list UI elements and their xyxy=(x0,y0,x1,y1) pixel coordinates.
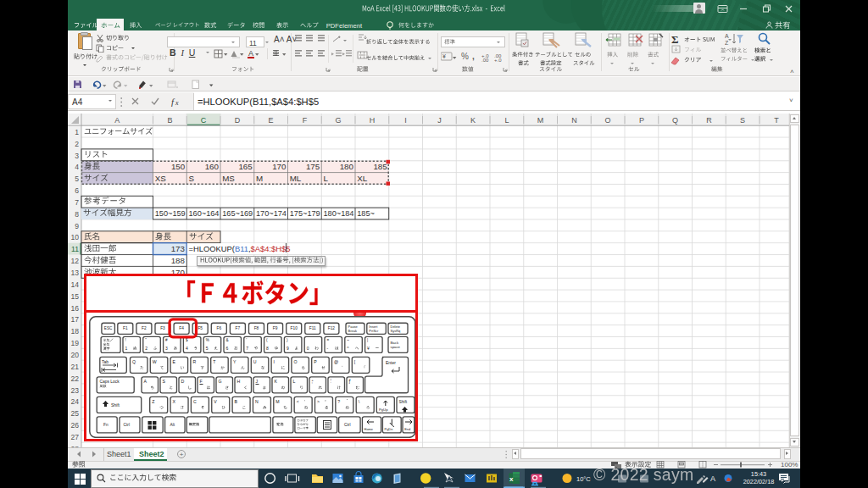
svg-text:1: 1 xyxy=(75,127,79,136)
svg-text:Ctrl: Ctrl xyxy=(344,422,350,426)
svg-text:G: G xyxy=(336,115,342,124)
svg-text:I: I xyxy=(273,358,274,363)
svg-text:F9: F9 xyxy=(272,326,277,330)
svg-text:F11: F11 xyxy=(309,326,315,330)
svg-text:&: & xyxy=(225,337,228,341)
svg-text:A: A xyxy=(710,474,715,483)
svg-text:K: K xyxy=(274,379,277,384)
svg-text:x: x xyxy=(175,99,179,107)
svg-text:18: 18 xyxy=(70,327,79,336)
svg-text:X: X xyxy=(172,398,175,403)
svg-text:13: 13 xyxy=(70,269,79,277)
svg-text:ESC: ESC xyxy=(103,326,112,330)
svg-text:F8: F8 xyxy=(253,326,259,330)
svg-text:E: E xyxy=(172,358,175,363)
svg-text:V: V xyxy=(214,398,217,403)
svg-text:D: D xyxy=(235,115,241,124)
svg-text:@: @ xyxy=(334,358,338,363)
svg-text:2: 2 xyxy=(145,346,147,351)
svg-text:~: ~ xyxy=(347,337,349,341)
svg-text:Ctrl: Ctrl xyxy=(123,422,129,426)
svg-text:A: A xyxy=(143,379,147,384)
svg-text:PgUp: PgUp xyxy=(379,407,388,411)
svg-text:19: 19 xyxy=(70,339,79,347)
svg-text:Shift: Shift xyxy=(398,399,407,403)
svg-text:P: P xyxy=(639,115,644,124)
svg-text:10: 10 xyxy=(70,233,79,241)
svg-text:E: E xyxy=(269,115,274,124)
svg-text:Q: Q xyxy=(672,115,678,124)
svg-text:F: F xyxy=(199,379,202,384)
svg-text:L: L xyxy=(292,379,295,384)
svg-text:1: 1 xyxy=(125,346,127,351)
svg-text:H: H xyxy=(236,379,240,384)
svg-text:%: % xyxy=(205,337,209,341)
svg-text:,: , xyxy=(472,52,475,61)
svg-text:J: J xyxy=(348,378,350,382)
svg-text:A: A xyxy=(114,115,120,124)
svg-text:N: N xyxy=(571,115,577,124)
svg-text:L: L xyxy=(504,115,509,124)
svg-text:J: J xyxy=(437,115,442,124)
svg-text:I: I xyxy=(404,115,407,124)
svg-text:J: J xyxy=(255,379,258,384)
svg-text:F1: F1 xyxy=(122,326,127,330)
svg-text:Break: Break xyxy=(348,328,356,332)
svg-text:D: D xyxy=(181,379,184,384)
svg-text:SysRq: SysRq xyxy=(390,328,400,332)
svg-text:F2: F2 xyxy=(142,326,147,330)
svg-text:4: 4 xyxy=(75,163,79,171)
svg-text:20: 20 xyxy=(70,350,79,358)
svg-text:PrtScr: PrtScr xyxy=(369,328,379,332)
svg-text:?: ? xyxy=(337,398,340,403)
svg-text:27: 27 xyxy=(70,432,79,441)
svg-text:6: 6 xyxy=(75,186,79,195)
svg-text:U: U xyxy=(253,358,256,363)
svg-text:B: B xyxy=(234,398,237,403)
svg-text:x: x xyxy=(509,475,514,483)
svg-text:PgDn: PgDn xyxy=(384,426,392,430)
svg-text:K: K xyxy=(470,115,476,124)
svg-text:R: R xyxy=(192,358,196,363)
svg-text:8: 8 xyxy=(266,346,269,351)
svg-text:%: % xyxy=(461,52,469,61)
svg-text:Shift: Shift xyxy=(111,402,120,407)
svg-text:O: O xyxy=(605,115,611,124)
svg-text:5: 5 xyxy=(205,346,208,351)
svg-text:3: 3 xyxy=(75,151,79,159)
svg-text:14: 14 xyxy=(70,280,79,288)
svg-text:8: 8 xyxy=(75,209,79,218)
svg-text:4: 4 xyxy=(185,346,187,351)
svg-text:Home: Home xyxy=(364,426,372,430)
svg-text:Z: Z xyxy=(152,398,154,403)
svg-text:space: space xyxy=(390,344,400,348)
svg-text:21: 21 xyxy=(70,362,79,370)
svg-text:<: < xyxy=(296,398,298,403)
svg-text:|: | xyxy=(367,337,368,341)
svg-text:O: O xyxy=(293,358,297,363)
svg-text:F12: F12 xyxy=(327,326,335,330)
svg-text:B: B xyxy=(167,115,172,124)
svg-text:¥: ¥ xyxy=(367,346,370,351)
svg-text:$: $ xyxy=(185,337,187,341)
svg-text:25: 25 xyxy=(70,409,79,418)
svg-text:7: 7 xyxy=(246,346,248,351)
svg-text:M: M xyxy=(537,115,544,124)
svg-text:Caps Lock: Caps Lock xyxy=(99,380,120,384)
svg-text:F7: F7 xyxy=(235,326,240,330)
svg-text:N: N xyxy=(254,398,258,403)
svg-text:H: H xyxy=(370,115,376,124)
svg-text:24: 24 xyxy=(70,397,79,406)
svg-text:W: W xyxy=(152,358,156,363)
svg-text:C: C xyxy=(201,115,207,124)
svg-text:F3: F3 xyxy=(160,326,165,330)
svg-text:P: P xyxy=(314,358,317,363)
svg-text:A: A xyxy=(725,33,729,39)
svg-text:F4: F4 xyxy=(179,326,184,330)
svg-text:7: 7 xyxy=(75,197,79,206)
svg-text:F6: F6 xyxy=(216,326,221,330)
svg-text:F10: F10 xyxy=(290,326,298,330)
svg-text:9: 9 xyxy=(286,346,288,351)
svg-text:>: > xyxy=(317,398,320,403)
svg-text:A: A xyxy=(248,49,253,58)
